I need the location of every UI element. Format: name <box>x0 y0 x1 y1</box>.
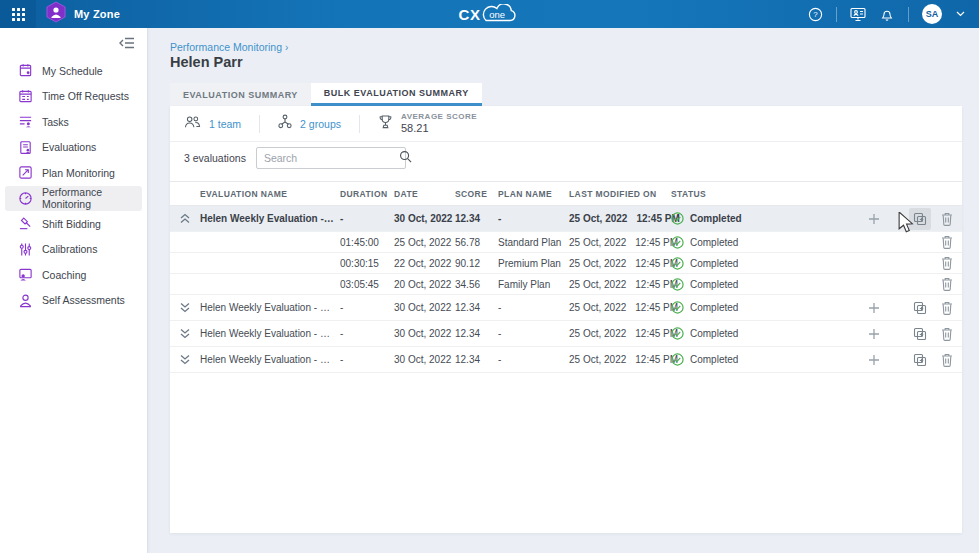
evaluation-name-cell: Helen Weekly Evaluation - June 20 <box>200 328 340 339</box>
tab-bulk-evaluation-summary[interactable]: BULK EVALUATION SUMMARY <box>311 83 482 106</box>
sidebar-item-coaching[interactable]: Coaching <box>5 262 142 288</box>
column-score[interactable]: SCORE <box>455 189 498 199</box>
breadcrumb-separator-icon: › <box>285 42 288 53</box>
completed-check-icon <box>671 353 684 366</box>
tab-bar: EVALUATION SUMMARY BULK EVALUATION SUMMA… <box>170 83 482 106</box>
add-evaluation-icon[interactable] <box>868 328 880 340</box>
delete-evaluation-icon[interactable] <box>941 277 953 291</box>
table-row[interactable]: 00:30:1522 Oct, 202290.12Premium Plan25 … <box>170 253 962 274</box>
search-box[interactable] <box>256 147 406 169</box>
search-input[interactable] <box>264 152 399 164</box>
last-modified-cell: 25 Oct, 202212:45 PM <box>569 213 671 224</box>
user-avatar[interactable]: SA <box>922 4 942 24</box>
column-duration[interactable]: DURATION <box>340 189 394 199</box>
table-row[interactable]: Helen Weekly Evaluation - June 20-30 Oct… <box>170 347 962 373</box>
breadcrumb-link[interactable]: Performance Monitoring <box>170 41 282 53</box>
groups-link[interactable]: 2 groups <box>300 118 341 130</box>
groups-icon <box>278 114 292 133</box>
expand-row-icon[interactable] <box>179 354 191 365</box>
column-last-modified-on[interactable]: LAST MODIFIED ON <box>569 189 671 199</box>
plan-monitoring-icon <box>18 165 33 180</box>
add-evaluation-icon[interactable] <box>868 302 880 314</box>
expand-row-icon[interactable] <box>179 328 191 339</box>
help-icon[interactable]: ? <box>807 6 823 22</box>
last-modified-cell: 25 Oct, 202212:45 PM <box>569 302 671 313</box>
tab-evaluation-summary[interactable]: EVALUATION SUMMARY <box>170 83 311 106</box>
self-assessments-icon <box>18 293 33 308</box>
status-label: Completed <box>690 302 738 313</box>
plan-name-cell: Premium Plan <box>498 258 569 269</box>
delete-evaluation-icon[interactable] <box>941 327 953 341</box>
copy-evaluation-icon[interactable] <box>909 208 931 230</box>
sidebar: My ScheduleTime Off RequestsTasksEvaluat… <box>0 28 148 553</box>
date-cell: 30 Oct, 2022 <box>394 328 455 339</box>
completed-check-icon <box>671 212 684 225</box>
page-title: Helen Parr <box>170 54 243 70</box>
sidebar-item-plan-monitoring[interactable]: Plan Monitoring <box>5 160 142 186</box>
notifications-bell-icon[interactable] <box>879 6 895 22</box>
status-cell: Completed <box>671 257 850 270</box>
evaluation-count: 3 evaluations <box>184 152 246 164</box>
copy-evaluation-icon[interactable] <box>909 297 931 319</box>
expand-row-icon[interactable] <box>179 302 191 313</box>
delete-evaluation-icon[interactable] <box>941 353 953 367</box>
user-menu-chevron-icon[interactable] <box>955 6 965 22</box>
sidebar-item-performance-monitoring[interactable]: Performance Monitoring <box>5 186 142 212</box>
search-icon[interactable] <box>399 149 412 167</box>
sidebar-item-self-assessments[interactable]: Self Assessments <box>5 288 142 314</box>
sidebar-item-my-schedule[interactable]: My Schedule <box>5 58 142 84</box>
column-plan-name[interactable]: PLAN NAME <box>498 189 569 199</box>
date-cell: 22 Oct, 2022 <box>394 258 455 269</box>
sidebar-item-tasks[interactable]: Tasks <box>5 109 142 135</box>
delete-evaluation-icon[interactable] <box>941 212 953 226</box>
average-score-label: AVERAGE SCORE <box>401 112 477 122</box>
sidebar-item-label: Calibrations <box>42 243 97 255</box>
table-row[interactable]: 01:45:0025 Oct, 202256.78Standard Plan25… <box>170 232 962 253</box>
screen-share-icon[interactable] <box>850 6 866 22</box>
team-stat[interactable]: 1 team <box>184 115 241 133</box>
sidebar-item-shift-bidding[interactable]: Shift Bidding <box>5 211 142 237</box>
sidebar-item-evaluations[interactable]: Evaluations <box>5 135 142 161</box>
sidebar-item-label: Coaching <box>42 269 86 281</box>
column-status[interactable]: STATUS <box>671 189 850 199</box>
duration-cell: 00:30:15 <box>340 258 394 269</box>
collapse-row-icon[interactable] <box>179 213 191 224</box>
duration-cell: - <box>340 354 394 365</box>
table-row[interactable]: Helen Weekly Evaluation - June 20-30 Oct… <box>170 321 962 347</box>
sidebar-item-calibrations[interactable]: Calibrations <box>5 237 142 263</box>
table-row[interactable]: Helen Weekly Evaluation - June 20-30 Oct… <box>170 295 962 321</box>
column-date[interactable]: DATE <box>394 189 455 199</box>
sidebar-item-time-off-requests[interactable]: Time Off Requests <box>5 84 142 110</box>
team-link[interactable]: 1 team <box>209 118 241 130</box>
sidebar-item-label: Time Off Requests <box>42 90 129 102</box>
duration-cell: - <box>340 213 394 224</box>
add-evaluation-icon[interactable] <box>868 213 880 225</box>
plan-name-cell: - <box>498 302 569 313</box>
score-cell: 56.78 <box>455 237 498 248</box>
copy-evaluation-icon[interactable] <box>909 349 931 371</box>
shift-bidding-icon <box>18 216 33 231</box>
groups-stat[interactable]: 2 groups <box>278 114 341 133</box>
collapse-sidebar-icon[interactable] <box>119 36 135 50</box>
add-evaluation-icon[interactable] <box>868 354 880 366</box>
breadcrumb[interactable]: Performance Monitoring› <box>170 41 288 53</box>
duration-cell: 01:45:00 <box>340 237 394 248</box>
header-divider <box>908 7 909 22</box>
evaluation-name-cell: Helen Weekly Evaluation - June 20 <box>200 354 340 365</box>
status-cell: Completed <box>671 327 850 340</box>
column-evaluation-name[interactable]: EVALUATION NAME <box>200 189 340 199</box>
plan-name-cell: - <box>498 354 569 365</box>
copy-evaluation-icon[interactable] <box>909 323 931 345</box>
table-row[interactable]: Helen Weekly Evaluation - June...-30 Oct… <box>170 206 962 232</box>
sidebar-item-label: Shift Bidding <box>42 218 101 230</box>
last-modified-cell: 25 Oct, 202212:45 PM <box>569 354 671 365</box>
app-launcher-button[interactable] <box>0 0 36 28</box>
stats-row: 1 team 2 groups AVERAGE SCORE 58.21 <box>170 106 962 142</box>
delete-evaluation-icon[interactable] <box>941 256 953 270</box>
status-cell: Completed <box>671 301 850 314</box>
delete-evaluation-icon[interactable] <box>941 235 953 249</box>
table-row[interactable]: 03:05:4520 Oct, 202234.56Family Plan25 O… <box>170 274 962 295</box>
my-zone-hexagon-icon <box>46 1 66 27</box>
product-name: My Zone <box>74 8 120 20</box>
delete-evaluation-icon[interactable] <box>941 301 953 315</box>
